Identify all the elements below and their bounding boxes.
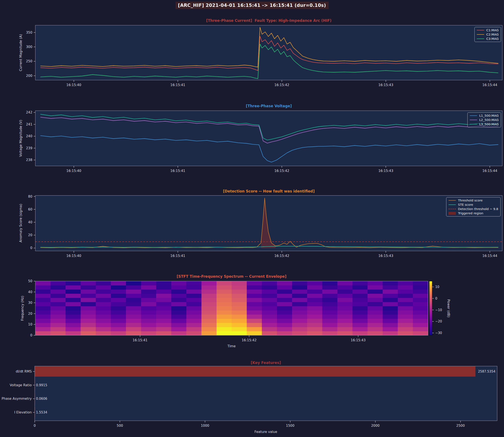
tick-label: 240 [26, 134, 32, 138]
category-label: I Elevation [14, 410, 32, 414]
tick-label: 0 [30, 246, 32, 250]
legend-label: L2_500:MAG [479, 118, 499, 122]
value-label: 0.0606 [36, 397, 47, 401]
legend-item: C3:MAG [477, 37, 499, 40]
stft-y-axis-label: Frequency (Hz) [20, 296, 24, 321]
tick-label: 16:15:43 [378, 83, 393, 87]
category-label: Voltage Ratio [10, 383, 32, 387]
tick-label: 16:15:42 [242, 338, 257, 342]
tick-label: 16:15:40 [66, 254, 81, 258]
tick-label: 0 [34, 424, 36, 427]
tick-label: 500 [117, 424, 123, 427]
legend-label: STE score [458, 203, 473, 206]
tick-label: 16:15:42 [274, 83, 289, 87]
tick-label: 250 [26, 59, 32, 63]
tick-label: 0 [435, 297, 437, 300]
legend-label: C3:MAG [486, 37, 499, 40]
tick-label: 16:15:41 [170, 254, 185, 258]
panel-title-stft: [STFT Time-Frequency Spectrum -- Current… [177, 274, 287, 278]
tick-label: 50 [28, 279, 32, 283]
current-legend: C1:MAGC2:MAGC3:MAG [474, 27, 501, 42]
feature-bar-0 [35, 366, 475, 377]
tick-label: 16:15:41 [170, 169, 185, 173]
tick-label: 10 [28, 322, 32, 326]
charts-svg: 20025030035016:15:4016:15:4116:15:4216:1… [0, 0, 504, 437]
legend-label: Detection threshold ~ 9.8 [458, 207, 498, 211]
tick-label: −30 [435, 331, 442, 335]
tick-label: −10 [435, 308, 442, 312]
legend-item: Threshold score [449, 199, 498, 202]
panel-title-current: [Three-Phase Current] Fault Type: High-I… [206, 19, 331, 23]
legend-swatch [449, 200, 456, 201]
tick-label: 16:15:40 [66, 83, 81, 87]
tick-label: 16:15:42 [274, 254, 289, 258]
legend-item: C1:MAG [477, 29, 499, 32]
legend-item: L2_500:MAG [470, 118, 499, 122]
panel-title-score: [Detection Score -- How fault was identi… [223, 189, 315, 193]
tick-label: 16:15:40 [66, 169, 81, 173]
legend-label: Triggered region [458, 211, 483, 215]
tick-label: 238 [26, 158, 32, 162]
tick-label: 40 [28, 220, 32, 224]
legend-swatch [470, 124, 477, 124]
tick-label: 16:15:41 [170, 83, 185, 87]
tick-label: 16:15:41 [132, 338, 148, 342]
legend-swatch [477, 39, 484, 39]
tick-label: 40 [28, 290, 32, 294]
tick-label: 0 [30, 333, 32, 337]
tick-label: 1500 [286, 424, 294, 427]
legend-label: Threshold score [458, 199, 483, 202]
tick-label: 60 [28, 208, 32, 211]
legend-label: C1:MAG [486, 29, 499, 32]
figure-canvas: 20025030035016:15:4016:15:4116:15:4216:1… [0, 0, 504, 437]
figure-title: [ARC_HIF] 2021-04-01 16:15:41 -> 16:15:4… [175, 2, 329, 9]
legend-item: STE score [449, 203, 498, 206]
colorbar [429, 281, 432, 335]
legend-item: L1_500:MAG [470, 114, 499, 117]
tick-label: 239 [26, 146, 32, 150]
value-label: 1.5534 [36, 410, 47, 414]
legend-label: L3_500:MAG [479, 122, 499, 126]
panel-title-voltage: [Three-Phase Voltage] [246, 104, 292, 108]
tick-label: 16:15:43 [351, 338, 366, 342]
category-label: dI/dt RMS [16, 369, 32, 373]
voltage-y-axis-label: Voltage Magnitude (V) [19, 120, 23, 157]
current-y-axis-label: Current Magnitude (A) [19, 34, 23, 71]
legend-item: Triggered region [449, 211, 498, 215]
panel-title-features: [Key Features] [251, 361, 281, 365]
tick-label: −20 [435, 319, 442, 323]
legend-swatch [470, 120, 477, 120]
tick-label: 200 [26, 74, 32, 78]
panel-stft: 0102030405016:15:4116:15:4216:15:43100−1… [28, 279, 442, 342]
legend-item: L3_500:MAG [470, 122, 499, 126]
tick-label: 16:15:44 [482, 169, 497, 173]
tick-label: 16:15:43 [378, 254, 393, 258]
tick-label: 2500 [456, 424, 464, 427]
value-label: 2587.5354 [478, 369, 495, 373]
features-x-axis-label: Feature value [254, 430, 277, 434]
tick-label: 10 [435, 285, 439, 289]
legend-swatch [477, 30, 484, 30]
voltage-legend: L1_500:MAGL2_500:MAGL3_500:MAG [467, 112, 501, 127]
legend-swatch [477, 34, 484, 35]
tick-label: 16:15:44 [482, 83, 497, 87]
value-label: 0.9915 [36, 383, 47, 387]
panel-features: dI/dt RMS2587.5354Voltage Ratio0.9915Pha… [2, 366, 497, 427]
tick-label: 80 [28, 195, 32, 199]
tick-label: 350 [26, 31, 32, 34]
panel-current: 20025030035016:15:4016:15:4116:15:4216:1… [26, 25, 502, 87]
stft-x-axis-label: Time [227, 344, 236, 348]
legend-swatch [449, 204, 456, 205]
legend-label: C2:MAG [486, 33, 499, 36]
score-legend: Threshold scoreSTE scoreDetection thresh… [446, 197, 501, 217]
tick-label: 2000 [371, 424, 380, 427]
legend-item: C2:MAG [477, 33, 499, 36]
tick-label: 16:15:44 [482, 254, 497, 258]
category-label: Phase Asymmetry [2, 397, 32, 401]
tick-label: 16:15:43 [378, 169, 393, 173]
legend-swatch [470, 115, 477, 116]
tick-label: 30 [28, 301, 32, 305]
tick-label: 300 [26, 45, 32, 49]
score-y-axis-label: Anomaly Score (sigma) [19, 204, 23, 242]
panel-score: 02040608016:15:4016:15:4116:15:4216:15:4… [28, 195, 502, 258]
